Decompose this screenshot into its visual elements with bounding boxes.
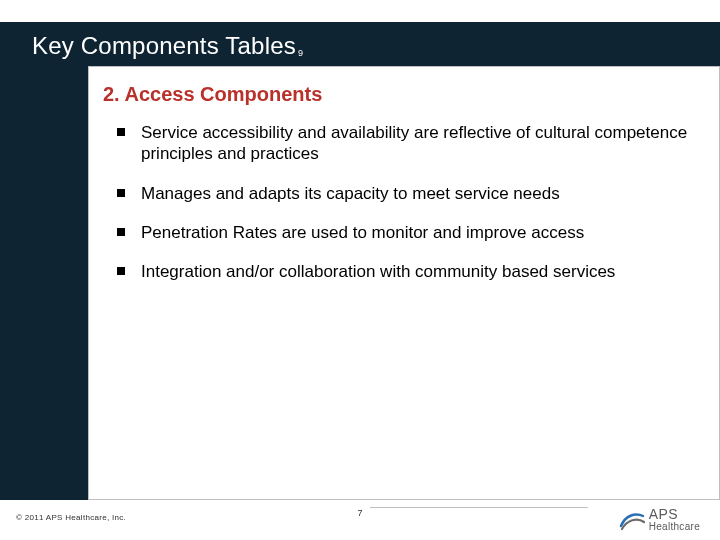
bullet-item: Manages and adapts its capacity to meet …: [117, 183, 697, 204]
footer-divider: [370, 507, 588, 508]
title-band: Key Components Tables 9: [0, 22, 720, 66]
section-heading: 2. Access Components: [103, 83, 697, 106]
top-margin: [0, 0, 720, 22]
slide-title: Key Components Tables: [32, 32, 296, 60]
footer: © 2011 APS Healthcare, Inc. 7 APS Health…: [0, 500, 720, 540]
logo-aps: APS: [649, 507, 700, 521]
left-sidebar: [0, 66, 88, 500]
content-frame: 2. Access Components Service accessibili…: [88, 66, 720, 500]
page-number: 7: [357, 508, 362, 518]
logo-healthcare: Healthcare: [649, 522, 700, 532]
slide: Key Components Tables 9 2. Access Compon…: [0, 0, 720, 540]
copyright: © 2011 APS Healthcare, Inc.: [16, 513, 126, 522]
logo-text: APS Healthcare: [649, 507, 700, 532]
content: 2. Access Components Service accessibili…: [89, 67, 719, 282]
bullet-item: Integration and/or collaboration with co…: [117, 261, 697, 282]
bullet-list: Service accessibility and availability a…: [103, 122, 697, 282]
bullet-item: Penetration Rates are used to monitor an…: [117, 222, 697, 243]
slide-title-sub: 9: [298, 48, 303, 58]
logo: APS Healthcare: [619, 506, 700, 532]
bullet-item: Service accessibility and availability a…: [117, 122, 697, 165]
body-row: 2. Access Components Service accessibili…: [0, 66, 720, 500]
swoosh-icon: [619, 506, 645, 532]
